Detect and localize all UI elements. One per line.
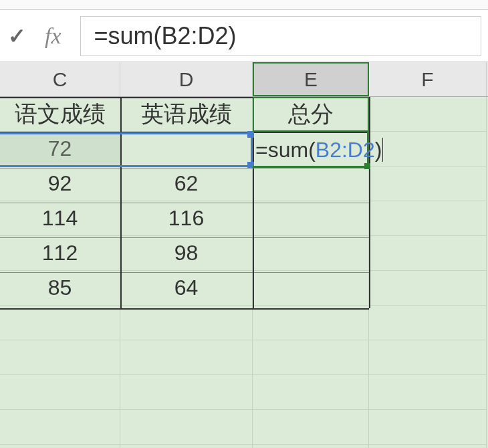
cell-e6[interactable] — [253, 271, 369, 306]
window-top-strip — [0, 0, 488, 10]
header-cell-d[interactable]: 英语成绩 — [120, 97, 253, 132]
cell-c3[interactable]: 92 — [0, 166, 120, 201]
table-border — [0, 308, 369, 310]
table-row — [0, 306, 488, 340]
cell[interactable] — [253, 340, 369, 375]
cell-c6[interactable]: 85 — [0, 271, 120, 306]
cell-c4[interactable]: 114 — [0, 201, 120, 236]
cell[interactable] — [0, 375, 120, 410]
cell[interactable] — [253, 410, 369, 445]
spreadsheet-grid[interactable]: C D E F 语文成绩 英语成绩 总分 72 92 62 114 11 — [0, 62, 488, 448]
cell[interactable] — [120, 375, 253, 410]
cell-f5[interactable] — [369, 236, 487, 271]
header-cell-e[interactable]: 总分 — [253, 97, 369, 132]
table-border — [253, 97, 254, 308]
cell[interactable] — [120, 410, 253, 445]
cell[interactable] — [369, 375, 487, 410]
col-header-d[interactable]: D — [120, 62, 253, 96]
table-border — [120, 97, 122, 308]
cell-c5[interactable]: 112 — [0, 236, 120, 271]
cell-e2[interactable] — [253, 132, 369, 166]
cell-d6[interactable]: 64 — [120, 271, 253, 306]
cell-d2[interactable] — [120, 132, 253, 166]
cell[interactable] — [253, 445, 369, 448]
col-header-c[interactable]: C — [0, 62, 120, 96]
cell[interactable] — [0, 340, 120, 375]
cell-e3[interactable] — [253, 166, 369, 201]
cell[interactable] — [369, 306, 487, 340]
table-border — [369, 97, 370, 308]
cell[interactable] — [369, 340, 487, 375]
cell[interactable] — [253, 375, 369, 410]
cell[interactable] — [0, 445, 120, 448]
cell[interactable] — [253, 306, 369, 340]
fx-button[interactable]: fx — [45, 23, 62, 49]
table-border — [0, 272, 369, 273]
col-header-e[interactable]: E — [253, 62, 369, 96]
cell-d3[interactable]: 62 — [120, 166, 253, 201]
table-row: 72 — [0, 132, 488, 166]
table-row: 85 64 — [0, 271, 488, 306]
cell-f6[interactable] — [369, 271, 487, 306]
table-row: 92 62 — [0, 166, 488, 201]
formula-bar: ✓ fx =sum(B2:D2) — [0, 10, 488, 62]
table-border — [0, 237, 369, 238]
header-cell-c[interactable]: 语文成绩 — [0, 97, 120, 132]
cell-d5[interactable]: 98 — [120, 236, 253, 271]
table-border — [0, 203, 369, 203]
table-row: 114 116 — [0, 201, 488, 236]
cell[interactable] — [0, 306, 120, 340]
cell-d4[interactable]: 116 — [120, 201, 253, 236]
cell-f3[interactable] — [369, 166, 487, 201]
cell[interactable] — [0, 410, 120, 445]
column-headers: C D E F — [0, 62, 488, 97]
cell[interactable] — [369, 410, 487, 445]
cell-f1[interactable] — [369, 97, 487, 132]
cell[interactable] — [369, 445, 487, 448]
cell-c2[interactable]: 72 — [0, 132, 120, 166]
col-header-f[interactable]: F — [369, 62, 487, 96]
table-row — [0, 375, 488, 410]
formula-actions: ✓ fx — [7, 23, 62, 49]
formula-input-container[interactable]: =sum(B2:D2) — [80, 16, 481, 56]
confirm-icon[interactable]: ✓ — [8, 23, 26, 49]
cell[interactable] — [120, 445, 253, 448]
table-border — [0, 132, 369, 133]
table-row — [0, 410, 488, 445]
table-row — [0, 340, 488, 375]
cell-e5[interactable] — [253, 236, 369, 271]
cell-f2[interactable] — [369, 132, 487, 166]
cell-e4[interactable] — [253, 201, 369, 236]
table-row — [0, 445, 488, 448]
cell[interactable] — [120, 306, 253, 340]
table-border — [0, 168, 369, 169]
formula-input[interactable]: =sum(B2:D2) — [94, 22, 237, 50]
table-border — [0, 97, 369, 98]
cell-f4[interactable] — [369, 201, 487, 236]
table-header-row: 语文成绩 英语成绩 总分 — [0, 97, 488, 132]
cell[interactable] — [120, 340, 253, 375]
table-row: 112 98 — [0, 236, 488, 271]
